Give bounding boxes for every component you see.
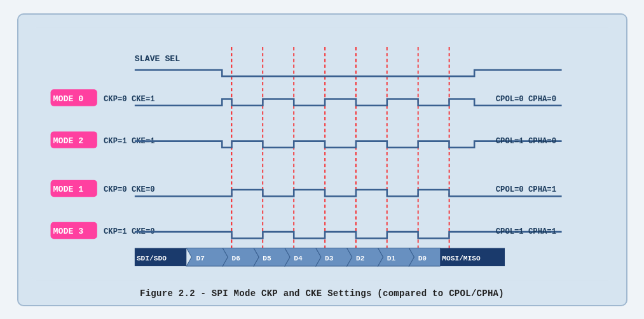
diagram-container: SLAVE SEL MODE 0 CKP=0 CKE=1 CPOL=0 CPHA… bbox=[17, 13, 627, 306]
mode0-right: CPOL=0 CPHA=0 bbox=[495, 94, 556, 103]
svg-marker-17 bbox=[284, 248, 320, 266]
svg-marker-20 bbox=[378, 248, 414, 266]
svg-marker-14 bbox=[186, 248, 228, 266]
d4-label: D4 bbox=[294, 254, 303, 262]
mode1-desc: CKP=0 CKE=0 bbox=[103, 185, 154, 194]
diagram-area: SLAVE SEL MODE 0 CKP=0 CKE=1 CPOL=0 CPHA… bbox=[31, 25, 613, 283]
figure-caption: Figure 2.2 - SPI Mode CKP and CKE Settin… bbox=[140, 288, 504, 299]
sdi-sdo-label: SDI/SDO bbox=[136, 254, 166, 262]
slave-sel-label: SLAVE SEL bbox=[134, 54, 179, 64]
svg-marker-15 bbox=[223, 248, 259, 266]
d7-label: D7 bbox=[196, 254, 204, 262]
d1-label: D1 bbox=[387, 254, 395, 262]
mode3-right: CPOL=1 CPHA=1 bbox=[495, 227, 556, 236]
d2-label: D2 bbox=[355, 254, 364, 262]
mode0-label: MODE 0 bbox=[53, 94, 83, 103]
d6-label: D6 bbox=[231, 254, 240, 262]
svg-marker-16 bbox=[254, 248, 290, 266]
d0-label: D0 bbox=[418, 254, 427, 262]
svg-marker-18 bbox=[315, 248, 352, 266]
mode1-label: MODE 1 bbox=[53, 185, 83, 194]
mosi-miso-label: MOSI/MISO bbox=[442, 254, 481, 262]
d3-label: D3 bbox=[325, 254, 334, 262]
mode2-right: CPOL=1 CPHA=0 bbox=[495, 136, 556, 145]
svg-marker-19 bbox=[346, 248, 383, 266]
mode0-desc: CKP=0 CKE=1 bbox=[103, 94, 154, 103]
mode3-label: MODE 3 bbox=[53, 227, 83, 236]
svg-rect-0 bbox=[31, 27, 613, 280]
d5-label: D5 bbox=[263, 254, 271, 262]
svg-marker-21 bbox=[409, 248, 445, 266]
mode2-label: MODE 2 bbox=[53, 136, 83, 145]
mode1-right: CPOL=0 CPHA=1 bbox=[495, 185, 556, 194]
